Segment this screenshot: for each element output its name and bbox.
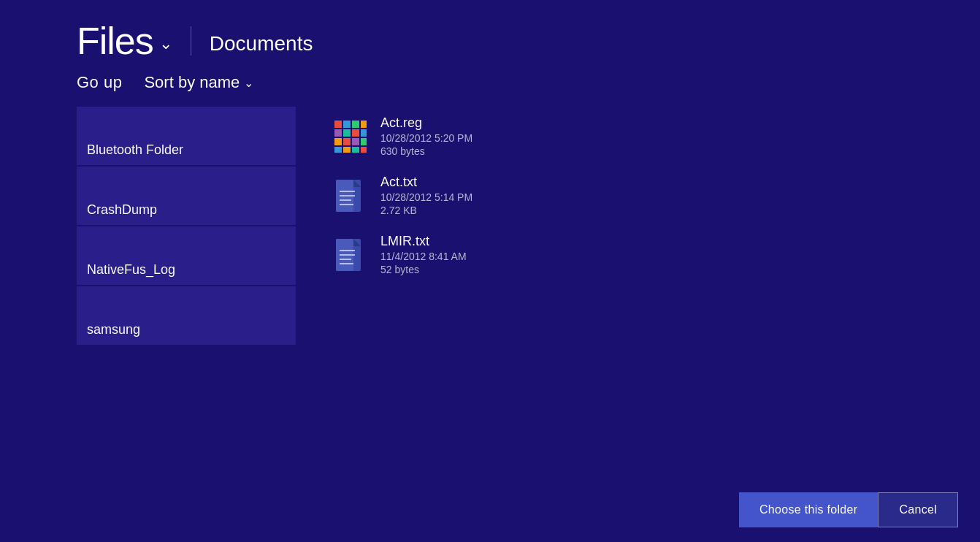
folder-name: NativeFus_Log (87, 262, 175, 278)
file-icon-txt (332, 178, 369, 214)
file-size: 2.72 KB (380, 205, 472, 216)
sort-label: Sort by name (144, 73, 240, 92)
file-item-act-txt[interactable]: Act.txt 10/28/2012 5:14 PM 2.72 KB (332, 166, 472, 225)
file-item-lmir-txt[interactable]: LMIR.txt 11/4/2012 8:41 AM 52 bytes (332, 225, 472, 284)
svg-rect-3 (361, 121, 367, 128)
svg-rect-8 (334, 138, 342, 145)
folder-name: samsung (87, 322, 140, 337)
file-item-act-reg[interactable]: Act.reg 10/28/2012 5:20 PM 630 bytes (332, 107, 472, 166)
svg-rect-5 (343, 129, 351, 137)
cancel-button[interactable]: Cancel (878, 492, 958, 527)
sort-arrow-icon: ⌄ (244, 76, 253, 90)
folder-item-samsung[interactable]: samsung (77, 286, 296, 345)
file-icon-reg (332, 118, 369, 155)
file-size: 630 bytes (380, 145, 472, 157)
folder-name: CrashDump (87, 202, 157, 218)
file-date: 10/28/2012 5:20 PM (380, 132, 472, 144)
file-name: Act.reg (380, 115, 472, 131)
svg-rect-12 (334, 147, 342, 153)
file-name: Act.txt (380, 175, 472, 190)
svg-rect-6 (352, 129, 359, 137)
toolbar: Go up Sort by name ⌄ (0, 60, 980, 92)
app-title: Files (77, 22, 153, 60)
file-details: LMIR.txt 11/4/2012 8:41 AM 52 bytes (380, 234, 467, 275)
folder-name: Bluetooth Folder (87, 142, 183, 158)
svg-rect-14 (352, 147, 359, 153)
file-size: 52 bytes (380, 264, 467, 275)
files-panel: Act.reg 10/28/2012 5:20 PM 630 bytes (318, 107, 472, 345)
svg-rect-9 (343, 138, 351, 145)
choose-folder-button[interactable]: Choose this folder (739, 492, 878, 527)
title-group: Files ⌄ (77, 22, 172, 60)
svg-rect-7 (361, 129, 367, 137)
svg-rect-4 (334, 129, 342, 137)
folder-item-crashdump[interactable]: CrashDump (77, 167, 296, 225)
file-icon-txt2 (332, 237, 369, 273)
folder-item-nativefus[interactable]: NativeFus_Log (77, 226, 296, 285)
folders-panel: Bluetooth Folder CrashDump NativeFus_Log… (77, 107, 296, 345)
breadcrumb-separator (191, 26, 191, 56)
svg-rect-10 (352, 138, 359, 145)
content-area: Bluetooth Folder CrashDump NativeFus_Log… (0, 92, 980, 345)
svg-rect-15 (361, 147, 367, 153)
svg-rect-0 (334, 121, 342, 128)
sort-button[interactable]: Sort by name ⌄ (144, 73, 253, 92)
svg-rect-2 (352, 121, 359, 128)
folder-item-bluetooth[interactable]: Bluetooth Folder (77, 107, 296, 165)
svg-rect-11 (361, 138, 367, 145)
go-up-button[interactable]: Go up (77, 73, 122, 92)
header: Files ⌄ Documents (0, 0, 980, 60)
title-dropdown-arrow[interactable]: ⌄ (159, 34, 172, 53)
bottom-bar: Choose this folder Cancel (717, 478, 980, 542)
file-date: 11/4/2012 8:41 AM (380, 251, 467, 262)
file-date: 10/28/2012 5:14 PM (380, 191, 472, 203)
file-name: LMIR.txt (380, 234, 467, 249)
svg-rect-1 (343, 121, 351, 128)
file-details: Act.txt 10/28/2012 5:14 PM 2.72 KB (380, 175, 472, 216)
file-details: Act.reg 10/28/2012 5:20 PM 630 bytes (380, 115, 472, 157)
breadcrumb[interactable]: Documents (210, 32, 313, 60)
svg-rect-13 (343, 147, 351, 153)
